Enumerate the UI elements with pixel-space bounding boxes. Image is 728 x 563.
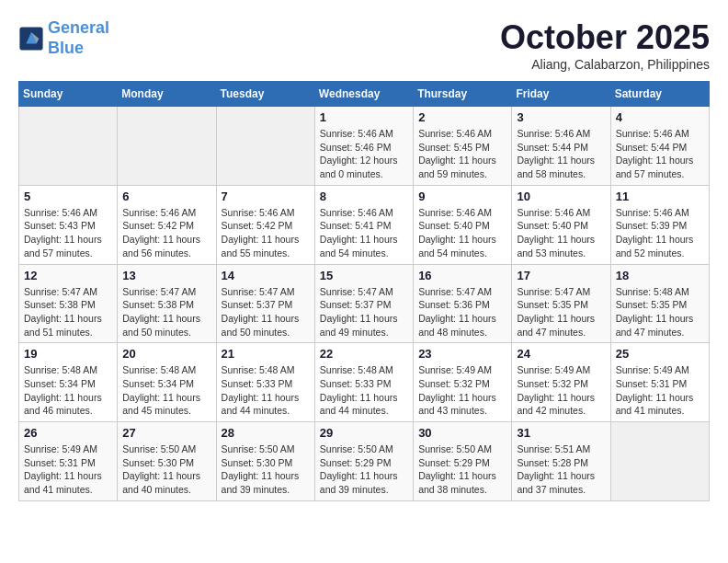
day-number: 11 xyxy=(616,190,704,203)
day-number: 17 xyxy=(517,269,605,282)
day-info: Sunrise: 5:46 AM Sunset: 5:42 PM Dayligh… xyxy=(122,206,210,260)
calendar-cell: 8Sunrise: 5:46 AM Sunset: 5:41 PM Daylig… xyxy=(314,185,413,264)
day-info: Sunrise: 5:46 AM Sunset: 5:40 PM Dayligh… xyxy=(517,206,605,260)
location-subtitle: Aliang, Calabarzon, Philippines xyxy=(500,57,710,72)
day-info: Sunrise: 5:47 AM Sunset: 5:35 PM Dayligh… xyxy=(517,285,605,339)
weekday-header-row: SundayMondayTuesdayWednesdayThursdayFrid… xyxy=(19,82,710,107)
weekday-header: Tuesday xyxy=(216,82,314,107)
calendar-cell: 19Sunrise: 5:48 AM Sunset: 5:34 PM Dayli… xyxy=(19,343,118,422)
page-header: General Blue October 2025 Aliang, Calaba… xyxy=(18,18,710,72)
calendar-cell: 3Sunrise: 5:46 AM Sunset: 5:44 PM Daylig… xyxy=(512,107,610,186)
day-info: Sunrise: 5:47 AM Sunset: 5:36 PM Dayligh… xyxy=(418,285,506,339)
day-number: 8 xyxy=(320,190,408,203)
calendar-cell: 30Sunrise: 5:50 AM Sunset: 5:29 PM Dayli… xyxy=(414,422,512,501)
day-info: Sunrise: 5:46 AM Sunset: 5:44 PM Dayligh… xyxy=(517,127,605,181)
day-info: Sunrise: 5:50 AM Sunset: 5:29 PM Dayligh… xyxy=(320,442,408,497)
logo-icon xyxy=(18,26,44,52)
calendar-cell: 5Sunrise: 5:46 AM Sunset: 5:43 PM Daylig… xyxy=(19,185,118,264)
calendar-cell: 22Sunrise: 5:48 AM Sunset: 5:33 PM Dayli… xyxy=(314,343,413,422)
day-number: 7 xyxy=(222,190,310,203)
logo: General Blue xyxy=(18,18,109,58)
day-number: 15 xyxy=(320,269,408,282)
logo-text: General Blue xyxy=(48,18,109,58)
day-number: 13 xyxy=(122,269,210,282)
calendar-cell: 13Sunrise: 5:47 AM Sunset: 5:38 PM Dayli… xyxy=(118,264,216,343)
day-info: Sunrise: 5:46 AM Sunset: 5:42 PM Dayligh… xyxy=(222,206,310,260)
day-number: 1 xyxy=(320,110,408,124)
day-info: Sunrise: 5:48 AM Sunset: 5:33 PM Dayligh… xyxy=(320,363,408,418)
day-info: Sunrise: 5:46 AM Sunset: 5:40 PM Dayligh… xyxy=(418,206,506,260)
day-number: 6 xyxy=(122,190,210,203)
calendar-cell: 21Sunrise: 5:48 AM Sunset: 5:33 PM Dayli… xyxy=(216,343,314,422)
day-info: Sunrise: 5:48 AM Sunset: 5:34 PM Dayligh… xyxy=(122,363,210,418)
day-number: 31 xyxy=(517,426,605,440)
calendar-cell: 27Sunrise: 5:50 AM Sunset: 5:30 PM Dayli… xyxy=(118,422,216,501)
calendar-week-row: 5Sunrise: 5:46 AM Sunset: 5:43 PM Daylig… xyxy=(19,185,710,264)
month-title: October 2025 xyxy=(500,18,710,57)
calendar-cell: 25Sunrise: 5:49 AM Sunset: 5:31 PM Dayli… xyxy=(610,343,709,422)
day-number: 30 xyxy=(418,426,506,440)
calendar-cell: 29Sunrise: 5:50 AM Sunset: 5:29 PM Dayli… xyxy=(314,422,413,501)
calendar-cell: 2Sunrise: 5:46 AM Sunset: 5:45 PM Daylig… xyxy=(414,107,512,186)
calendar-cell: 4Sunrise: 5:46 AM Sunset: 5:44 PM Daylig… xyxy=(610,107,709,186)
day-info: Sunrise: 5:50 AM Sunset: 5:30 PM Dayligh… xyxy=(222,442,310,497)
day-info: Sunrise: 5:46 AM Sunset: 5:43 PM Dayligh… xyxy=(24,206,112,260)
calendar-cell: 11Sunrise: 5:46 AM Sunset: 5:39 PM Dayli… xyxy=(610,185,709,264)
calendar-cell: 26Sunrise: 5:49 AM Sunset: 5:31 PM Dayli… xyxy=(19,422,118,501)
calendar-cell: 1Sunrise: 5:46 AM Sunset: 5:46 PM Daylig… xyxy=(314,107,413,186)
day-info: Sunrise: 5:50 AM Sunset: 5:29 PM Dayligh… xyxy=(418,442,506,497)
day-number: 21 xyxy=(222,347,310,361)
calendar-cell: 14Sunrise: 5:47 AM Sunset: 5:37 PM Dayli… xyxy=(216,264,314,343)
calendar-cell xyxy=(118,107,216,186)
day-number: 9 xyxy=(418,190,506,203)
day-number: 12 xyxy=(24,269,112,282)
day-info: Sunrise: 5:48 AM Sunset: 5:35 PM Dayligh… xyxy=(616,285,704,339)
day-info: Sunrise: 5:51 AM Sunset: 5:28 PM Dayligh… xyxy=(517,442,605,497)
calendar-week-row: 26Sunrise: 5:49 AM Sunset: 5:31 PM Dayli… xyxy=(19,422,710,501)
day-info: Sunrise: 5:49 AM Sunset: 5:32 PM Dayligh… xyxy=(418,363,506,418)
calendar-cell: 28Sunrise: 5:50 AM Sunset: 5:30 PM Dayli… xyxy=(216,422,314,501)
calendar-table: SundayMondayTuesdayWednesdayThursdayFrid… xyxy=(18,81,710,501)
calendar-week-row: 1Sunrise: 5:46 AM Sunset: 5:46 PM Daylig… xyxy=(19,107,710,186)
calendar-cell: 7Sunrise: 5:46 AM Sunset: 5:42 PM Daylig… xyxy=(216,185,314,264)
day-number: 4 xyxy=(616,110,704,124)
day-number: 16 xyxy=(418,269,506,282)
weekday-header: Friday xyxy=(512,82,610,107)
day-number: 5 xyxy=(24,190,112,203)
day-info: Sunrise: 5:46 AM Sunset: 5:45 PM Dayligh… xyxy=(418,127,506,181)
day-number: 26 xyxy=(24,426,112,440)
weekday-header: Monday xyxy=(118,82,216,107)
day-info: Sunrise: 5:49 AM Sunset: 5:31 PM Dayligh… xyxy=(24,442,112,497)
calendar-cell: 17Sunrise: 5:47 AM Sunset: 5:35 PM Dayli… xyxy=(512,264,610,343)
day-number: 18 xyxy=(616,269,704,282)
day-number: 28 xyxy=(222,426,310,440)
title-block: October 2025 Aliang, Calabarzon, Philipp… xyxy=(500,18,710,72)
day-info: Sunrise: 5:49 AM Sunset: 5:31 PM Dayligh… xyxy=(616,363,704,418)
day-info: Sunrise: 5:48 AM Sunset: 5:33 PM Dayligh… xyxy=(222,363,310,418)
calendar-cell: 16Sunrise: 5:47 AM Sunset: 5:36 PM Dayli… xyxy=(414,264,512,343)
day-info: Sunrise: 5:49 AM Sunset: 5:32 PM Dayligh… xyxy=(517,363,605,418)
day-info: Sunrise: 5:46 AM Sunset: 5:41 PM Dayligh… xyxy=(320,206,408,260)
calendar-cell: 31Sunrise: 5:51 AM Sunset: 5:28 PM Dayli… xyxy=(512,422,610,501)
calendar-cell: 10Sunrise: 5:46 AM Sunset: 5:40 PM Dayli… xyxy=(512,185,610,264)
day-number: 10 xyxy=(517,190,605,203)
calendar-cell xyxy=(610,422,709,501)
day-number: 14 xyxy=(222,269,310,282)
day-number: 19 xyxy=(24,347,112,361)
calendar-cell: 15Sunrise: 5:47 AM Sunset: 5:37 PM Dayli… xyxy=(314,264,413,343)
day-number: 25 xyxy=(616,347,704,361)
day-number: 23 xyxy=(418,347,506,361)
day-info: Sunrise: 5:47 AM Sunset: 5:37 PM Dayligh… xyxy=(320,285,408,339)
day-info: Sunrise: 5:46 AM Sunset: 5:46 PM Dayligh… xyxy=(320,127,408,181)
calendar-cell xyxy=(216,107,314,186)
calendar-cell: 6Sunrise: 5:46 AM Sunset: 5:42 PM Daylig… xyxy=(118,185,216,264)
day-info: Sunrise: 5:47 AM Sunset: 5:37 PM Dayligh… xyxy=(222,285,310,339)
day-number: 2 xyxy=(418,110,506,124)
day-info: Sunrise: 5:48 AM Sunset: 5:34 PM Dayligh… xyxy=(24,363,112,418)
day-number: 22 xyxy=(320,347,408,361)
calendar-cell: 12Sunrise: 5:47 AM Sunset: 5:38 PM Dayli… xyxy=(19,264,118,343)
calendar-cell: 24Sunrise: 5:49 AM Sunset: 5:32 PM Dayli… xyxy=(512,343,610,422)
calendar-cell: 18Sunrise: 5:48 AM Sunset: 5:35 PM Dayli… xyxy=(610,264,709,343)
logo-line1: General xyxy=(48,18,109,37)
calendar-cell: 23Sunrise: 5:49 AM Sunset: 5:32 PM Dayli… xyxy=(414,343,512,422)
